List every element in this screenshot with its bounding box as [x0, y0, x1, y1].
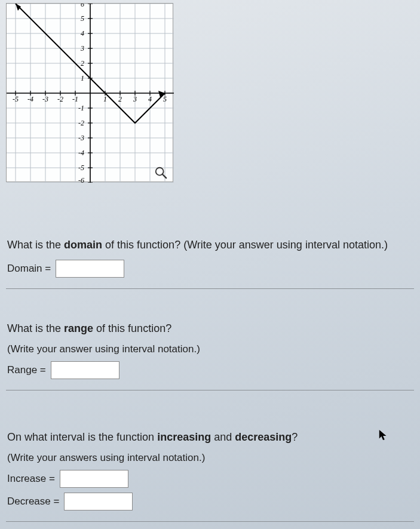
svg-text:-3: -3 — [42, 95, 48, 103]
svg-text:-6: -6 — [78, 176, 84, 183]
decrease-label: Decrease = — [7, 496, 59, 508]
domain-input[interactable] — [56, 260, 124, 278]
question-range: What is the range of this function? (Wri… — [6, 316, 414, 390]
svg-text:3: 3 — [80, 44, 84, 53]
text-bold: increasing — [157, 431, 211, 443]
range-field-row: Range = — [7, 361, 413, 379]
worksheet-page: -5-4-3 -2-1 123 45 65 43 21 -1-2 -3-4 -5… — [0, 0, 420, 529]
increase-field-row: Increase = — [7, 470, 413, 488]
intervals-prompt-1: On what interval is the function increas… — [7, 430, 413, 445]
svg-text:2: 2 — [118, 95, 122, 103]
text: and — [211, 431, 235, 443]
question-domain: What is the domain of this function? (Wr… — [6, 233, 414, 289]
svg-text:3: 3 — [133, 95, 137, 103]
question-intervals: On what interval is the function increas… — [6, 425, 414, 522]
increase-input[interactable] — [60, 470, 128, 488]
magnify-icon[interactable] — [154, 166, 167, 179]
intervals-prompt-2: (Write your answers using interval notat… — [7, 452, 413, 464]
graph-svg: -5-4-3 -2-1 123 45 65 43 21 -1-2 -3-4 -5… — [7, 4, 174, 183]
range-prompt-1: What is the range of this function? — [7, 321, 413, 336]
text: What is the — [7, 322, 64, 334]
svg-text:-4: -4 — [78, 149, 84, 157]
svg-text:5: 5 — [163, 95, 167, 103]
domain-label: Domain = — [7, 263, 51, 275]
svg-text:-2: -2 — [57, 95, 63, 103]
domain-prompt: What is the domain of this function? (Wr… — [7, 238, 413, 253]
svg-text:6: 6 — [81, 4, 84, 8]
range-input[interactable] — [51, 361, 119, 379]
svg-text:-5: -5 — [78, 164, 84, 172]
svg-text:-1: -1 — [72, 95, 78, 103]
svg-text:2: 2 — [81, 59, 84, 67]
svg-text:-4: -4 — [27, 95, 33, 103]
svg-text:-1: -1 — [78, 104, 84, 112]
svg-text:4: 4 — [148, 95, 152, 103]
range-prompt-2: (Write your answer using interval notati… — [7, 343, 413, 355]
svg-line-73 — [163, 174, 166, 178]
text: of this function? — [93, 322, 171, 334]
svg-marker-70 — [16, 4, 21, 11]
text-bold: domain — [64, 239, 102, 251]
function-graph: -5-4-3 -2-1 123 45 65 43 21 -1-2 -3-4 -5… — [6, 3, 173, 182]
increase-label: Increase = — [7, 473, 55, 485]
svg-text:-3: -3 — [78, 134, 84, 142]
svg-text:1: 1 — [103, 95, 107, 103]
svg-text:1: 1 — [81, 74, 84, 82]
text: of this function? (Write your answer usi… — [102, 239, 388, 251]
range-label: Range = — [7, 364, 46, 376]
svg-text:-2: -2 — [78, 119, 84, 127]
domain-field-row: Domain = — [7, 260, 413, 278]
text: ? — [292, 431, 298, 443]
cursor-icon — [378, 429, 389, 442]
svg-text:5: 5 — [81, 14, 84, 23]
text-bold: decreasing — [235, 431, 292, 443]
text-bold: range — [64, 322, 93, 334]
text: What is the — [7, 239, 64, 251]
text: On what interval is the function — [7, 431, 157, 443]
decrease-field-row: Decrease = — [7, 493, 413, 510]
svg-text:-5: -5 — [13, 95, 19, 103]
decrease-input[interactable] — [64, 493, 133, 510]
svg-text:4: 4 — [81, 29, 84, 38]
